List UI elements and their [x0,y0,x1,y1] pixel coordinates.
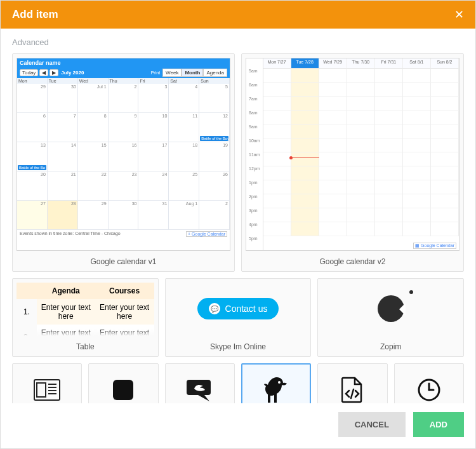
item-google-calendar-v1[interactable]: Calendar name Today ◀ ▶ July 2020 Print [12,53,235,272]
skype-contact-button: 💬 Contact us [197,298,279,319]
item-custom-html[interactable]: Custom Html [317,363,387,403]
cal1-view-agenda: Agenda [203,69,227,77]
item-banner[interactable]: Banner [88,363,158,403]
add-button[interactable]: ADD [413,412,464,437]
calendar-v1-preview: Calendar name Today ◀ ▶ July 2020 Print [17,58,230,251]
modal-footer: CANCEL ADD [1,403,475,448]
close-icon[interactable]: ✕ [454,9,464,20]
square-icon [91,375,155,403]
card-label: Zopim [380,340,401,356]
cancel-button[interactable]: CANCEL [338,412,406,437]
cal1-title: Calendar name [20,60,61,66]
clock-icon [397,375,461,403]
parrot-icon [245,376,307,403]
card-label: Table [13,340,158,356]
cal1-tz-note: Events shown in time zone: Central Time … [20,231,121,237]
google-calendar-badge: + Google Calendar [186,231,227,237]
add-item-modal: Add item ✕ Advanced Calendar name Today … [0,0,476,449]
cal1-view-month: Month [182,69,203,77]
item-zopim[interactable]: Zopim [317,278,464,357]
modal-header: Add item ✕ [1,1,475,29]
print-icon: Print [151,70,160,75]
chat-bird-icon [168,375,232,403]
item-google-calendar-v2[interactable]: 5am6am7am8am9am10am11am12pm1pm2pm3pm4pm5… [241,53,464,272]
item-countdown[interactable]: Countdown [394,363,464,403]
current-time-indicator [291,157,319,158]
icon-items-row: AdSense Banner Olark Tawk.to [12,363,464,403]
cal1-month-grid: 2930Jul 123456789101112Battle of the Boy… [17,84,230,230]
tab-advanced[interactable]: Advanced [12,37,464,47]
item-table[interactable]: AgendaCourses1.Enter your text hereEnter… [12,278,159,357]
cal1-month-label: July 2020 [61,70,84,76]
card-label: Google calendar v2 [242,255,463,271]
item-olark[interactable]: Olark [165,363,235,403]
code-file-icon [321,375,384,403]
item-tawk-to[interactable]: Tawk.to [241,363,311,403]
card-label: Skype Im Online [210,340,266,356]
chevron-right-icon: ▶ [50,69,58,76]
cal1-view-week: Week [162,69,182,77]
cal1-today-button: Today [20,69,38,76]
modal-title: Add item [12,8,58,21]
calendar-previews-row: Calendar name Today ◀ ▶ July 2020 Print [12,53,464,272]
cal1-view-switch: Week Month Agenda [162,69,227,77]
cal2-week-grid: 5am6am7am8am9am10am11am12pm1pm2pm3pm4pm5… [246,58,459,250]
chat-bubble-icon: 💬 [209,303,220,314]
svg-rect-6 [113,380,133,400]
item-adsense[interactable]: AdSense [12,363,82,403]
modal-body: Advanced Calendar name Today ◀ ▶ July 20… [1,29,475,403]
newspaper-icon [15,375,79,403]
google-calendar-badge: ▦ Google Calendar [413,243,456,249]
cal1-weekday-row: MonTueWedThuFriSatSun [17,78,230,84]
item-skype-im-online[interactable]: 💬 Contact us Skype Im Online [165,278,312,357]
card-label: Google calendar v1 [13,255,234,271]
calendar-v2-preview: 5am6am7am8am9am10am11am12pm1pm2pm3pm4pm5… [246,58,459,251]
pacman-icon [378,295,404,322]
chevron-left-icon: ◀ [39,69,48,76]
svg-point-7 [278,381,281,384]
svg-rect-1 [37,383,46,397]
middle-row: AgendaCourses1.Enter your text hereEnter… [12,278,464,357]
skype-button-label: Contact us [225,304,268,314]
